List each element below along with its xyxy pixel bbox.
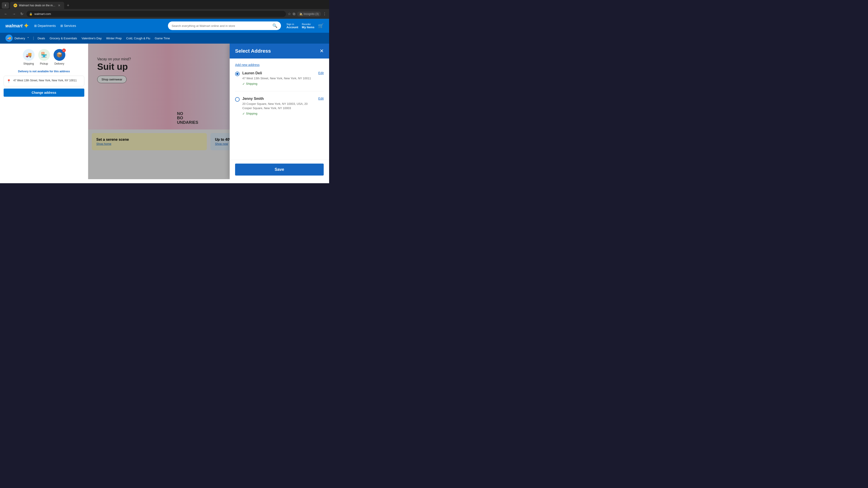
search-input[interactable] xyxy=(172,24,271,28)
address-info-lauren: Lauren Deli 47 West 13th Street, New Yor… xyxy=(242,71,315,86)
page-body: 🚚 Shipping 🏪 Pickup 📦 ✕ xyxy=(0,43,329,179)
header-nav: ⊞ Departments ⊞ Services xyxy=(34,24,163,28)
incognito-badge[interactable]: 🕵 Incognito (3) xyxy=(297,11,321,17)
back-btn[interactable]: ← xyxy=(3,11,9,17)
walmart-logo[interactable]: walmart ✦ xyxy=(5,22,29,30)
badge-x-icon: ✕ xyxy=(63,50,65,52)
url-bar[interactable]: 🔒 walmart.com xyxy=(26,11,286,17)
departments-label: Departments xyxy=(38,24,56,28)
departments-grid-icon: ⊞ xyxy=(34,24,37,28)
pickup-label: Pickup xyxy=(40,62,48,65)
address-radio-jenny[interactable] xyxy=(235,97,240,102)
modal-close-btn[interactable]: ✕ xyxy=(320,48,324,54)
address-details-jenny: 20 Cooper Square, New York, NY 10003, US… xyxy=(242,102,315,110)
shipping-icon-container: 🚚 xyxy=(23,49,35,61)
delivery-chevron-icon: ⌃ xyxy=(27,37,29,40)
delivery-option-label: Delivery xyxy=(55,62,64,65)
nav-links: Deals Grocery & Essentials Valentine's D… xyxy=(37,37,170,40)
nav-divider: | xyxy=(33,36,34,40)
modal-body: Add new address Lauren Deli 47 West 13th… xyxy=(230,59,329,160)
bookmark-btn[interactable]: ☆ xyxy=(288,12,291,16)
delivery-section[interactable]: 🚚 Delivery ⌃ xyxy=(5,35,29,42)
address-item-jenny: Jenny Smith 20 Cooper Square, New York, … xyxy=(235,97,324,121)
address-card: 📍 47 West 13th Street, New York, New Yor… xyxy=(4,76,84,86)
browser-chrome: ⬇ W Walmart has deals on the most... ✕ +… xyxy=(0,0,329,19)
delivery-warning: Delivery is not available for this addre… xyxy=(4,70,84,73)
change-address-btn[interactable]: Change address xyxy=(4,89,84,97)
location-pin-icon: 📍 xyxy=(6,79,11,84)
address-text: 47 West 13th Street, New York, New York,… xyxy=(13,78,76,83)
sign-in-btn[interactable]: Sign inAccount xyxy=(286,23,298,29)
lock-icon: 🔒 xyxy=(29,12,33,15)
delivery-option-item[interactable]: 📦 ✕ Delivery xyxy=(54,49,65,65)
left-panel: 🚚 Shipping 🏪 Pickup 📦 ✕ xyxy=(0,43,88,179)
services-btn[interactable]: ⊞ Services xyxy=(60,24,76,28)
address-name-jenny: Jenny Smith xyxy=(242,97,315,101)
content-area: Vacay on your mind? Suit up Shop swimwea… xyxy=(88,43,329,179)
address-item-lauren: Lauren Deli 47 West 13th Street, New Yor… xyxy=(235,71,324,91)
shipping-truck-icon: 🚚 xyxy=(26,52,32,58)
address-name-lauren: Lauren Deli xyxy=(242,71,315,75)
nav-grocery[interactable]: Grocery & Essentials xyxy=(50,37,77,40)
split-view-btn[interactable]: ⧉ xyxy=(293,12,295,16)
address-shipping-jenny: ✓ Shipping xyxy=(242,112,315,116)
modal-title: Select Address xyxy=(235,48,271,54)
add-new-address-link[interactable]: Add new address xyxy=(235,63,324,67)
cart-btn[interactable]: 🛒 xyxy=(318,23,324,29)
incognito-icon: 🕵 xyxy=(299,12,303,15)
secondary-nav: 🚚 Delivery ⌃ | Deals Grocery & Essential… xyxy=(0,33,329,43)
nav-bar: ← → ↻ 🔒 walmart.com ☆ ⧉ 🕵 Incognito (3) … xyxy=(0,9,329,19)
tab-group-btn[interactable]: ⬇ xyxy=(2,2,9,8)
check-icon-lauren: ✓ xyxy=(242,82,245,86)
delivery-label: Delivery xyxy=(14,37,25,40)
header-actions: Sign inAccount ReorderMy Items 🛒 xyxy=(286,23,324,29)
nav-valentines[interactable]: Valentine's Day xyxy=(82,37,102,40)
modal-header: Select Address ✕ xyxy=(230,43,329,59)
search-icon[interactable]: 🔍 xyxy=(272,23,277,28)
address-shipping-lauren: ✓ Shipping xyxy=(242,82,315,86)
walmart-header: walmart ✦ ⊞ Departments ⊞ Services 🔍 Sig… xyxy=(0,19,329,33)
walmart-logo-text: walmart xyxy=(5,23,23,29)
services-grid-icon: ⊞ xyxy=(60,24,63,28)
delivery-options: 🚚 Shipping 🏪 Pickup 📦 ✕ xyxy=(4,47,84,67)
tab-bar: ⬇ W Walmart has deals on the most... ✕ + xyxy=(0,0,329,9)
shipping-option[interactable]: 🚚 Shipping xyxy=(23,49,35,65)
header-search[interactable]: 🔍 xyxy=(168,22,281,30)
walmart-page: walmart ✦ ⊞ Departments ⊞ Services 🔍 Sig… xyxy=(0,19,329,183)
edit-btn-jenny[interactable]: Edit xyxy=(318,97,324,100)
select-address-modal: Select Address ✕ Add new address Lauren … xyxy=(230,43,329,179)
nav-winter[interactable]: Winter Prep xyxy=(106,37,122,40)
delivery-truck-icon: 🚚 xyxy=(5,35,13,42)
delivery-box-icon: 📦 xyxy=(56,52,62,58)
departments-btn[interactable]: ⊞ Departments xyxy=(34,24,56,28)
tab-favicon: W xyxy=(13,4,17,7)
shipping-label: Shipping xyxy=(23,62,34,65)
url-text: walmart.com xyxy=(34,12,51,15)
save-btn[interactable]: Save xyxy=(235,164,324,175)
pickup-store-icon: 🏪 xyxy=(41,52,47,58)
forward-btn[interactable]: → xyxy=(11,11,17,17)
nav-game[interactable]: Game Time xyxy=(155,37,170,40)
delivery-icon-container: 📦 ✕ xyxy=(54,49,65,61)
menu-btn[interactable]: ⋮ xyxy=(323,12,327,16)
pickup-option[interactable]: 🏪 Pickup xyxy=(38,49,50,65)
pickup-icon-container: 🏪 xyxy=(38,49,50,61)
edit-btn-lauren[interactable]: Edit xyxy=(318,71,324,75)
tab-close-btn[interactable]: ✕ xyxy=(58,4,61,7)
nav-cold[interactable]: Cold, Cough & Flu xyxy=(126,37,150,40)
shipping-text-jenny: Shipping xyxy=(246,112,257,115)
address-radio-lauren[interactable] xyxy=(235,72,240,76)
browser-actions: ☆ ⧉ 🕵 Incognito (3) ⋮ xyxy=(288,11,327,17)
modal-footer: Save xyxy=(230,160,329,179)
tab-title: Walmart has deals on the most... xyxy=(19,4,56,7)
delivery-badge: ✕ xyxy=(62,48,66,52)
walmart-star-icon: ✦ xyxy=(24,22,29,30)
check-icon-jenny: ✓ xyxy=(242,112,245,116)
reorder-btn[interactable]: ReorderMy Items xyxy=(302,23,314,29)
active-tab[interactable]: W Walmart has deals on the most... ✕ xyxy=(10,2,64,9)
new-tab-btn[interactable]: + xyxy=(65,2,71,9)
nav-deals[interactable]: Deals xyxy=(37,37,45,40)
incognito-label: Incognito (3) xyxy=(304,12,319,15)
services-label: Services xyxy=(64,24,76,28)
reload-btn[interactable]: ↻ xyxy=(19,11,25,17)
